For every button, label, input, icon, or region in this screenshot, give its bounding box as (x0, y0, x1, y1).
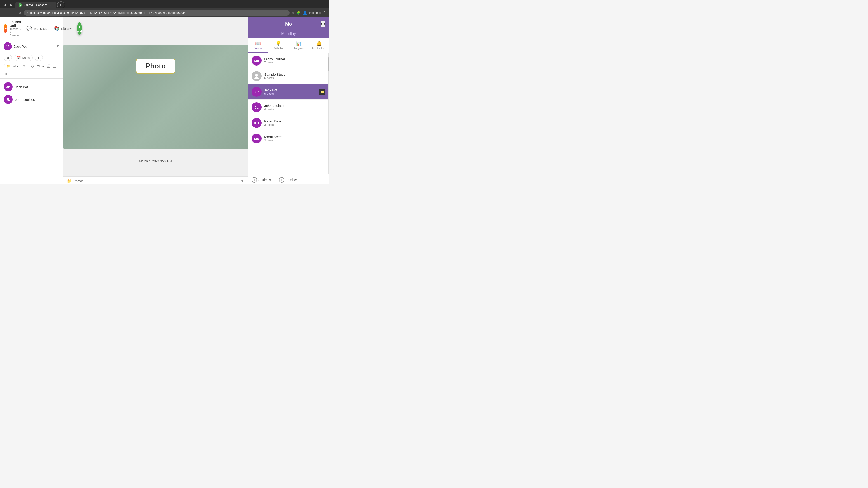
right-tabs: 📖 Journal 💡 Activities 📊 Progress 🔔 Noti… (248, 38, 329, 53)
add-families-icon: + (279, 177, 284, 183)
right-student-item-active[interactable]: JP Jack Pot 5 posts 📁 (248, 84, 329, 100)
right-student-item[interactable]: Mo Class Journal 7 posts (248, 53, 329, 68)
selected-student-name: Jack Pot (13, 44, 54, 48)
students-list: JP Jack Pot JL John Louises (0, 78, 63, 107)
folder-icon: 📁 (67, 178, 72, 184)
class-journal-name: Class Journal (264, 57, 326, 61)
mordi-seem-avatar: MS (252, 133, 261, 143)
karen-dale-name: Karen Dale (264, 119, 326, 123)
folder-badge: 📁 (319, 89, 326, 95)
close-tab-button[interactable]: ✕ (50, 3, 53, 7)
print-button[interactable]: 🖨 (46, 64, 51, 68)
selected-student-avatar: JP (4, 42, 12, 51)
next-date-button[interactable]: ▶ (35, 55, 43, 61)
library-icon: 📚 (54, 26, 59, 31)
timestamp: March 4, 2024 9:27 PM (139, 159, 172, 163)
extensions-button[interactable]: 🧩 (296, 11, 301, 15)
notifications-tab-label: Notifications (312, 47, 326, 50)
progress-tab-label: Progress (293, 47, 304, 50)
dates-filter-button[interactable]: 📅 Dates (14, 55, 33, 61)
new-tab-button[interactable]: + (57, 1, 65, 8)
folder-filter-icon: 📁 (6, 64, 10, 68)
messages-icon: 💬 (26, 26, 32, 31)
folder-dropdown-arrow: ▼ (23, 64, 26, 68)
karen-dale-posts: 3 posts (264, 123, 326, 127)
url-field[interactable] (24, 10, 289, 15)
student-item[interactable]: JL John Louises (0, 93, 63, 106)
student-dropdown-arrow[interactable]: ▼ (56, 44, 59, 48)
student-jl-avatar: JL (4, 95, 13, 104)
calendar-icon: 📅 (17, 56, 21, 59)
right-bottom-bar: + Students + Families (248, 174, 329, 184)
grid-view-button[interactable]: ⊞ (4, 71, 7, 76)
tab-notifications[interactable]: 🔔 Notifications (309, 38, 329, 53)
tab-favicon: S (19, 3, 22, 7)
john-louises-avatar: JL (252, 102, 261, 112)
sample-student-avatar (252, 71, 261, 81)
list-view-button[interactable]: ☰ (53, 64, 57, 69)
content-area: Photo March 4, 2024 9:27 PM (63, 17, 248, 176)
right-panel-header: Mo ⚙ (248, 17, 329, 31)
tab-progress[interactable]: 📊 Progress (289, 38, 309, 53)
notifications-tab-icon: 🔔 (316, 41, 322, 46)
svg-point-0 (255, 74, 258, 76)
tab-journal[interactable]: 📖 Journal (248, 38, 268, 53)
folder-name: Photos (74, 179, 84, 183)
back-nav-button[interactable]: ◀ (2, 2, 8, 7)
scrollbar[interactable] (328, 53, 329, 174)
activities-tab-icon: 💡 (276, 41, 281, 46)
mordi-seem-name: Mordi Seem (264, 135, 326, 139)
karen-dale-avatar: KD (252, 118, 261, 128)
profile-button[interactable]: 👤 (303, 11, 307, 15)
settings-button[interactable]: ⚙ (320, 21, 326, 27)
messages-nav[interactable]: 💬 Messages (26, 24, 49, 33)
photo-label: Photo (135, 59, 176, 74)
forward-button[interactable]: → (10, 10, 16, 16)
student-item[interactable]: JP Jack Pot (0, 80, 63, 93)
right-student-item[interactable]: JL John Louises 4 posts (248, 100, 329, 115)
student-jp-avatar: JP (4, 82, 13, 91)
folder-chevron: ▼ (241, 179, 244, 183)
bookmark-button[interactable]: ☆ (291, 11, 294, 15)
incognito-label: Incognito (309, 11, 321, 14)
user-avatar: LD (4, 24, 7, 33)
sample-student-posts: 6 posts (264, 76, 326, 80)
prev-date-button[interactable]: ◀ (4, 55, 12, 61)
active-tab[interactable]: S Journal - Seesaw ✕ (16, 2, 56, 8)
forward-nav-button[interactable]: ▶ (8, 2, 14, 7)
right-student-item[interactable]: Sample Student 6 posts (248, 68, 329, 84)
jack-pot-name: Jack Pot (264, 88, 316, 92)
messages-label: Messages (34, 27, 49, 31)
student-selector[interactable]: JP Jack Pot ▼ (0, 40, 63, 53)
journal-tab-icon: 📖 (255, 41, 261, 46)
add-students-button[interactable]: + Students (252, 177, 271, 183)
clear-button[interactable]: Clear (37, 64, 44, 68)
folder-bar: 📁 Photos ▼ (63, 176, 248, 184)
dates-label: Dates (22, 56, 30, 59)
mordi-seem-posts: 3 posts (264, 139, 326, 142)
student-jp-name: Jack Pot (15, 85, 28, 89)
filter-settings-icon[interactable]: ⚙ (31, 64, 34, 69)
user-role: Teacher · 2 Classes (10, 28, 21, 37)
folders-label: Folders (11, 64, 21, 68)
class-journal-avatar: Mo (252, 56, 261, 66)
refresh-button[interactable]: ↻ (17, 10, 22, 16)
jack-pot-avatar: JP (252, 87, 261, 97)
menu-button[interactable]: ⋮ (323, 11, 327, 15)
journal-tab-label: Journal (254, 47, 262, 50)
back-button[interactable]: ← (3, 10, 8, 16)
progress-tab-icon: 📊 (296, 41, 302, 46)
add-students-label: Students (258, 178, 271, 182)
tab-activities[interactable]: 💡 Activities (268, 38, 289, 53)
right-student-item[interactable]: MS Mordi Seem 3 posts (248, 131, 329, 147)
add-families-button[interactable]: + Families (279, 177, 298, 183)
add-families-label: Families (286, 178, 298, 182)
right-student-item[interactable]: KD Karen Dale 3 posts (248, 115, 329, 131)
jack-pot-posts: 5 posts (264, 92, 316, 95)
sample-student-name: Sample Student (264, 72, 326, 76)
folders-filter-button[interactable]: 📁 Folders ▼ (4, 63, 29, 69)
add-students-icon: + (252, 177, 257, 183)
user-name: Lauren Deli (10, 20, 21, 28)
john-louises-posts: 4 posts (264, 107, 326, 111)
activities-tab-label: Activities (274, 47, 283, 50)
